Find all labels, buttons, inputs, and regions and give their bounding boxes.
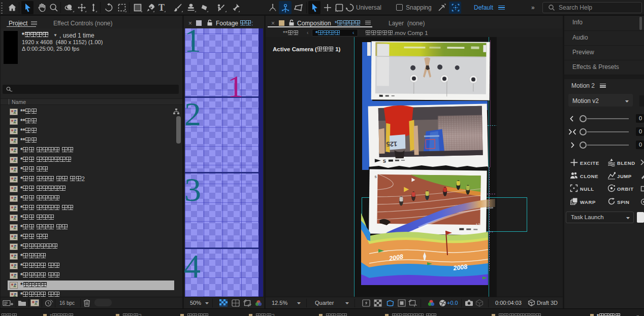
svg-text:125: 125 bbox=[386, 140, 397, 148]
svg-text:17: 17 bbox=[475, 223, 480, 227]
svg-text:s: s bbox=[374, 174, 376, 179]
svg-text:S: S bbox=[383, 159, 386, 164]
